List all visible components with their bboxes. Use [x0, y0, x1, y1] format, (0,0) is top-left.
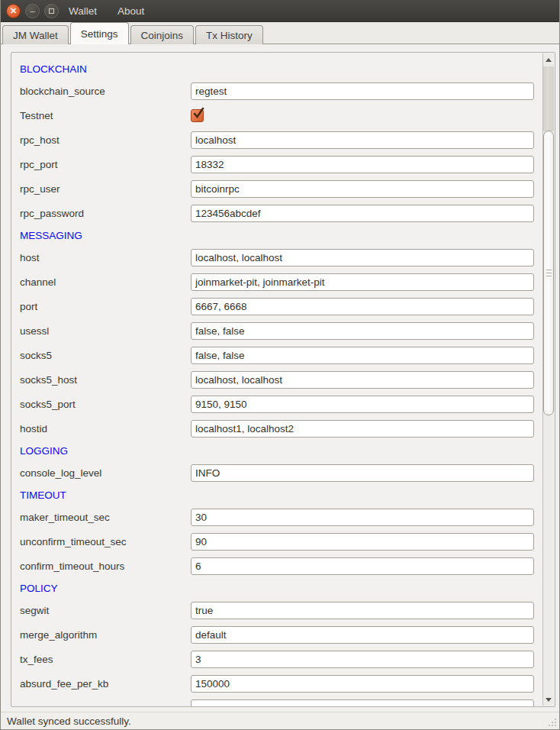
- section-label: MESSAGING: [20, 230, 82, 241]
- resize-grip[interactable]: [547, 718, 557, 728]
- field-row-tx-fees: tx_fees: [20, 647, 534, 671]
- menubar: Wallet About: [69, 5, 144, 17]
- maximize-button[interactable]: [44, 4, 59, 18]
- merge-algorithm-input[interactable]: [191, 626, 534, 644]
- unconfirm-timeout-sec-input[interactable]: [191, 533, 534, 551]
- channel-input[interactable]: [191, 273, 534, 291]
- segwit-input[interactable]: [191, 602, 534, 619]
- field-row-confirm-timeout-hours: confirm_timeout_hours: [20, 554, 534, 578]
- field-row-console-log-level: console_log_level: [20, 460, 534, 485]
- field-label: console_log_level: [20, 467, 191, 479]
- blockchain-source-input[interactable]: [191, 82, 534, 100]
- field-row-partial: [20, 696, 534, 707]
- testnet-checkbox[interactable]: [191, 109, 204, 122]
- field-label: tx_fees: [20, 654, 191, 665]
- field-label: usessl: [20, 325, 191, 337]
- field-row-channel: channel: [20, 270, 534, 294]
- close-icon: ✕: [10, 7, 17, 15]
- rpc-user-input[interactable]: [191, 180, 534, 198]
- field-row-blockchain-source: blockchain_source: [20, 79, 534, 103]
- field-label: unconfirm_timeout_sec: [20, 536, 191, 548]
- vertical-scrollbar[interactable]: [542, 53, 554, 706]
- field-label: rpc_password: [20, 208, 191, 219]
- rpc-port-input[interactable]: [191, 156, 534, 173]
- host-input[interactable]: [191, 249, 534, 266]
- maker-timeout-sec-input[interactable]: [191, 509, 534, 526]
- field-row-testnet: Testnet: [20, 103, 534, 128]
- socks5-input[interactable]: [191, 347, 534, 364]
- field-label: maker_timeout_sec: [20, 512, 191, 523]
- port-input[interactable]: [191, 298, 534, 315]
- partial-input[interactable]: [191, 699, 534, 708]
- field-row-socks5-host: socks5_host: [20, 367, 534, 392]
- scrollbar-thumb[interactable]: [543, 131, 554, 415]
- field-label: Testnet: [20, 110, 191, 121]
- tx-fees-input[interactable]: [191, 651, 534, 668]
- arrow-up-icon: [546, 58, 552, 62]
- field-label: socks5: [20, 350, 191, 361]
- field-label: rpc_user: [20, 183, 191, 195]
- field-row-rpc-port: rpc_port: [20, 152, 534, 176]
- field-label: segwit: [20, 605, 191, 616]
- menu-about[interactable]: About: [117, 5, 144, 17]
- section-header-messaging: MESSAGING: [20, 225, 534, 245]
- field-label: rpc_host: [20, 134, 191, 146]
- field-label: hostid: [20, 423, 191, 434]
- thumb-grip-icon: [546, 276, 552, 276]
- scroll-up-button[interactable]: [543, 53, 554, 66]
- maximize-icon: [49, 8, 54, 14]
- tab-coinjoins[interactable]: Coinjoins: [130, 25, 195, 44]
- minimize-button[interactable]: –: [25, 4, 40, 18]
- console-log-level-input[interactable]: [191, 464, 534, 482]
- field-row-rpc-password: rpc_password: [20, 201, 534, 225]
- socks5-host-input[interactable]: [191, 371, 534, 389]
- thumb-grip-icon: [546, 270, 552, 270]
- usessl-input[interactable]: [191, 322, 534, 340]
- field-row-maker-timeout-sec: maker_timeout_sec: [20, 505, 534, 529]
- field-row-merge-algorithm: merge_algorithm: [20, 622, 534, 647]
- field-row-socks5: socks5: [20, 343, 534, 367]
- field-row-usessl: usessl: [20, 318, 534, 343]
- tab-jm-wallet[interactable]: JM Wallet: [2, 25, 69, 44]
- scrollbar-track-upper[interactable]: [543, 66, 554, 131]
- section-header-timeout: TIMEOUT: [20, 485, 534, 505]
- field-row-rpc-host: rpc_host: [20, 128, 534, 152]
- menu-wallet[interactable]: Wallet: [69, 5, 97, 17]
- confirm-timeout-hours-input[interactable]: [191, 557, 534, 575]
- rpc-host-input[interactable]: [191, 131, 534, 149]
- field-label: confirm_timeout_hours: [20, 560, 191, 572]
- thumb-grip-icon: [546, 273, 552, 273]
- hostid-input[interactable]: [191, 420, 534, 438]
- field-label: blockchain_source: [20, 86, 191, 97]
- field-label: channel: [20, 276, 191, 288]
- settings-rows: BLOCKCHAINblockchain_sourceTestnetrpc_ho…: [20, 59, 534, 707]
- tab-tx-history[interactable]: Tx History: [195, 25, 263, 44]
- section-header-logging: LOGGING: [20, 441, 534, 460]
- field-label: merge_algorithm: [20, 629, 191, 641]
- section-label: LOGGING: [20, 445, 68, 457]
- section-label: TIMEOUT: [20, 489, 66, 501]
- arrow-down-icon: [546, 698, 552, 702]
- checkbox-cell: [191, 109, 534, 122]
- titlebar: ✕ – Wallet About: [1, 0, 559, 22]
- close-button[interactable]: ✕: [6, 4, 21, 18]
- section-label: POLICY: [20, 583, 58, 594]
- field-label: absurd_fee_per_kb: [20, 678, 191, 690]
- field-row-rpc-user: rpc_user: [20, 176, 534, 201]
- field-label: socks5_host: [20, 374, 191, 386]
- field-row-absurd-fee-per-kb: absurd_fee_per_kb: [20, 671, 534, 696]
- rpc-password-input[interactable]: [191, 205, 534, 222]
- tab-settings[interactable]: Settings: [70, 22, 129, 44]
- field-label: rpc_port: [20, 159, 191, 170]
- field-label: port: [20, 301, 191, 312]
- tab-bar: JM WalletSettingsCoinjoinsTx History: [1, 22, 559, 44]
- app-window: ✕ – Wallet About JM WalletSettingsCoinjo…: [0, 0, 560, 730]
- socks5-port-input[interactable]: [191, 396, 534, 413]
- scroll-down-button[interactable]: [543, 693, 554, 706]
- minimize-icon: –: [30, 7, 34, 15]
- status-bar: Wallet synced successfully.: [1, 712, 559, 730]
- absurd-fee-per-kb-input[interactable]: [191, 675, 534, 693]
- section-header-policy: POLICY: [20, 578, 534, 598]
- section-label: BLOCKCHAIN: [20, 63, 87, 75]
- status-text: Wallet synced successfully.: [7, 715, 131, 727]
